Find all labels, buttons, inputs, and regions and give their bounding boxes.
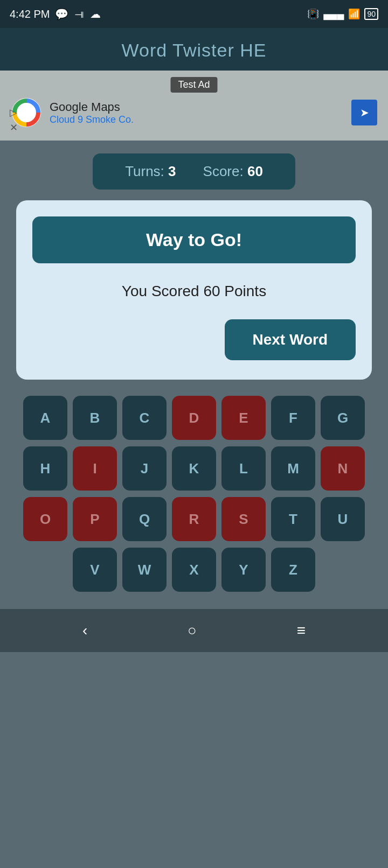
signal-icon: ▄▄▄ (323, 9, 344, 20)
key-l[interactable]: L (221, 446, 266, 491)
key-m[interactable]: M (271, 446, 315, 491)
key-r[interactable]: R (172, 497, 216, 541)
battery-icon: 90 (364, 8, 378, 20)
way-to-go-button[interactable]: Way to Go! (32, 216, 356, 263)
key-x[interactable]: X (172, 548, 216, 592)
status-time: 4:42 PM (10, 8, 50, 20)
scored-text: You Scored 60 Points (122, 283, 266, 300)
status-right: 📳 ▄▄▄ 📶 90 (307, 8, 378, 20)
key-k[interactable]: K (172, 446, 216, 491)
nav-bar: ‹ ○ ≡ (0, 609, 388, 652)
key-p[interactable]: P (73, 497, 117, 541)
keyboard-row-1: ABCDEFG (8, 396, 380, 440)
key-d[interactable]: D (172, 396, 216, 440)
ad-play-icon: ▷ (10, 107, 18, 119)
modal: Way to Go! You Scored 60 Points Next Wor… (16, 200, 372, 380)
key-n[interactable]: N (321, 446, 365, 491)
ad-right[interactable]: ➤ (351, 100, 377, 125)
key-v[interactable]: V (73, 548, 117, 592)
key-z[interactable]: Z (271, 548, 315, 592)
score-bar: Turns: 3 Score: 60 (0, 141, 388, 200)
menu-button[interactable]: ≡ (297, 622, 306, 639)
keyboard-row-3: OPQRSTU (8, 497, 380, 541)
home-button[interactable]: ○ (188, 622, 197, 639)
key-w[interactable]: W (122, 548, 167, 592)
app-title: Word Twister HE (122, 40, 267, 60)
key-u[interactable]: U (321, 497, 365, 541)
wifi-icon: 📶 (348, 8, 360, 20)
keyboard-row-4: VWXYZ (8, 548, 380, 592)
key-o[interactable]: O (23, 497, 67, 541)
ad-name: Google Maps (50, 100, 134, 114)
key-b[interactable]: B (73, 396, 117, 440)
key-c[interactable]: C (122, 396, 167, 440)
ad-controls: ▷ ✕ (10, 107, 18, 134)
key-t[interactable]: T (271, 497, 315, 541)
modal-overlay: Way to Go! You Scored 60 Points Next Wor… (0, 200, 388, 380)
keyboard-row-2: HIJKLMN (8, 446, 380, 491)
ad-direction-icon[interactable]: ➤ (351, 100, 377, 125)
key-j[interactable]: J (122, 446, 167, 491)
back-button[interactable]: ‹ (82, 622, 87, 639)
score-label: Score: 60 (203, 163, 263, 180)
whatsapp-icon: 💬 (55, 8, 68, 20)
key-y[interactable]: Y (221, 548, 266, 592)
keyboard-area: ABCDEFG HIJKLMN OPQRSTU VWXYZ (0, 380, 388, 609)
key-f[interactable]: F (271, 396, 315, 440)
key-s[interactable]: S (221, 497, 266, 541)
key-g[interactable]: G (321, 396, 365, 440)
ad-text-group: Google Maps Cloud 9 Smoke Co. (50, 100, 134, 125)
status-left: 4:42 PM 💬 ⫣ ☁ (10, 8, 101, 20)
key-e[interactable]: E (221, 396, 266, 440)
vibrate-icon: 📳 (307, 8, 319, 20)
turns-label: Turns: 3 (125, 163, 176, 180)
ad-sub: Cloud 9 Smoke Co. (50, 114, 134, 125)
next-word-button[interactable]: Next Word (225, 319, 356, 360)
score-value: 60 (247, 163, 263, 179)
usb-icon: ⫣ (74, 8, 85, 20)
ad-left: Google Maps Cloud 9 Smoke Co. (11, 97, 134, 128)
ad-banner: Test Ad Google Maps Cloud 9 Smoke Co. ➤ … (0, 71, 388, 141)
key-a[interactable]: A (23, 396, 67, 440)
status-bar: 4:42 PM 💬 ⫣ ☁ 📳 ▄▄▄ 📶 90 (0, 0, 388, 28)
ad-label: Test Ad (170, 77, 217, 93)
ad-close-icon: ✕ (10, 122, 18, 134)
key-h[interactable]: H (23, 446, 67, 491)
turns-value: 3 (168, 163, 176, 179)
key-q[interactable]: Q (122, 497, 167, 541)
cloud-icon: ☁ (90, 8, 101, 20)
score-box: Turns: 3 Score: 60 (93, 153, 295, 190)
app-header: Word Twister HE (0, 28, 388, 71)
key-i[interactable]: I (73, 446, 117, 491)
